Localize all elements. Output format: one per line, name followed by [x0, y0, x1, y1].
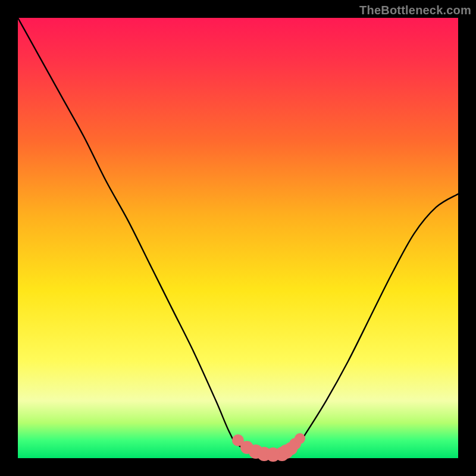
- watermark-text: TheBottleneck.com: [359, 4, 471, 17]
- chart-stage: TheBottleneck.com: [0, 0, 476, 476]
- chart-curve-layer: [18, 18, 458, 458]
- chart-curve: [18, 18, 458, 457]
